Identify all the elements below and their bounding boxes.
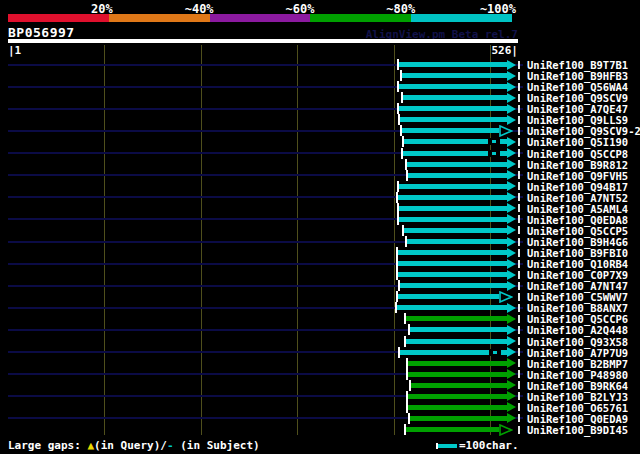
alignment-bar[interactable]	[406, 316, 507, 321]
alignment-bar[interactable]	[408, 405, 507, 410]
alignment-bar[interactable]	[408, 394, 507, 399]
alignment-bar[interactable]	[407, 239, 507, 244]
query-end-dash	[518, 348, 520, 356]
query-end-dash	[518, 61, 520, 69]
query-end-dash	[518, 171, 520, 179]
alignment-bar[interactable]	[399, 184, 507, 189]
alignment-bar[interactable]	[411, 383, 507, 388]
alignment-bar[interactable]	[398, 272, 507, 277]
row-label[interactable]: UniRef100_B9DI45	[527, 424, 628, 436]
query-title: BP056997	[8, 25, 75, 40]
alignment-bar[interactable]	[399, 62, 507, 67]
query-end-dash	[518, 249, 520, 257]
query-end-dash	[518, 72, 520, 80]
alignment-bar[interactable]	[410, 416, 507, 421]
alignment-bar[interactable]	[398, 250, 507, 255]
query-end-dash	[518, 138, 520, 146]
alignment-bar[interactable]	[402, 128, 499, 133]
query-end-dash	[518, 414, 520, 422]
subject-gap-dash-icon	[492, 140, 496, 143]
query-gap-label: (in Query)/	[94, 439, 167, 452]
query-end-dash	[518, 105, 520, 113]
query-end-dash	[518, 392, 520, 400]
query-end-dash	[518, 204, 520, 212]
alignment-bar[interactable]	[399, 84, 507, 89]
alignment-bar[interactable]	[406, 427, 499, 432]
scale-legend-bar-icon	[438, 444, 457, 448]
query-end-dash	[518, 359, 520, 367]
query-end-dash	[518, 370, 520, 378]
alignview-page: { "header": { "title": "BP056997", "wate…	[0, 0, 640, 454]
query-end-dash	[518, 260, 520, 268]
alignment-bar[interactable]	[410, 327, 507, 332]
query-end-dash	[518, 160, 520, 168]
alignment-bar[interactable]	[399, 106, 507, 111]
alignment-bar[interactable]	[400, 117, 507, 122]
gaps-legend-prefix: Large gaps:	[8, 439, 87, 452]
alignment-bar[interactable]	[403, 95, 507, 100]
alignment-bar[interactable]	[408, 173, 507, 178]
scale-legend-label: =100char.	[459, 439, 519, 452]
query-end-dash	[518, 426, 520, 434]
query-end-dash	[518, 149, 520, 157]
alignment-bar[interactable]	[399, 206, 507, 211]
query-end-dash	[518, 182, 520, 190]
subject-gap-dash-icon	[493, 351, 497, 354]
query-end-dash	[518, 193, 520, 201]
subject-gap-dash-icon: -	[167, 439, 174, 452]
query-end-dash	[518, 326, 520, 334]
query-end-dash	[518, 315, 520, 323]
query-end-dash	[518, 337, 520, 345]
subject-gap-label: (in Subject)	[174, 439, 260, 452]
alignment-bar[interactable]	[398, 195, 507, 200]
ruler-start-label: |1	[8, 44, 21, 57]
query-end-dash	[518, 304, 520, 312]
alignment-bar[interactable]	[398, 294, 499, 299]
query-end-dash	[518, 226, 520, 234]
query-end-dash	[518, 381, 520, 389]
alignment-bar[interactable]	[404, 228, 507, 233]
query-end-dash	[518, 403, 520, 411]
query-end-dash	[518, 271, 520, 279]
alignment-bar[interactable]	[407, 162, 507, 167]
alignment-bar[interactable]	[399, 217, 507, 222]
alignment-bar[interactable]	[398, 261, 507, 266]
alignment-bar[interactable]	[400, 283, 507, 288]
alignment-bar[interactable]	[402, 73, 507, 78]
query-end-dash	[518, 282, 520, 290]
identity-scale-tick-label: ~100%	[480, 2, 516, 16]
query-end-dash	[518, 127, 520, 135]
query-end-dash	[518, 238, 520, 246]
query-end-dash	[518, 116, 520, 124]
alignment-bar[interactable]	[406, 339, 507, 344]
query-end-dash	[518, 215, 520, 223]
query-end-dash	[518, 293, 520, 301]
query-ruler-bar	[8, 39, 518, 43]
ruler-end-label: 526|	[492, 44, 519, 57]
query-end-dash	[518, 83, 520, 91]
gaps-legend: Large gaps: ▲(in Query)/- (in Subject)	[8, 439, 260, 452]
subject-gap-dash-icon	[492, 152, 496, 155]
query-end-dash	[518, 94, 520, 102]
alignment-bar[interactable]	[408, 361, 507, 366]
alignment-bar[interactable]	[397, 305, 507, 310]
alignment-bar[interactable]	[408, 372, 507, 377]
